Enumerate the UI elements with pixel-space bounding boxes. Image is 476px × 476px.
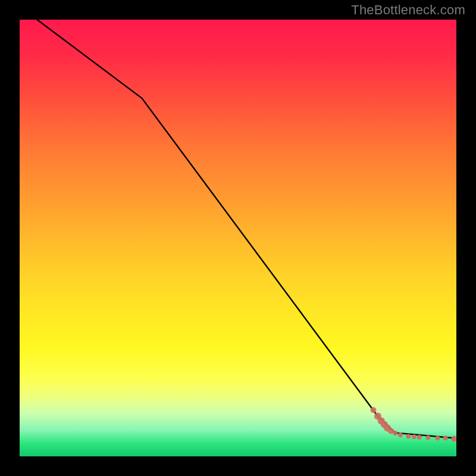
data-point (417, 435, 422, 440)
data-point (425, 435, 430, 440)
chart-frame: TheBottleneck.com (0, 0, 476, 476)
data-point (451, 436, 456, 442)
data-point (406, 434, 411, 439)
data-point (398, 433, 403, 437)
data-point (443, 436, 448, 440)
data-point (393, 431, 397, 436)
watermark-label: TheBottleneck.com (351, 2, 465, 18)
data-point (435, 436, 440, 440)
curve-line (37, 20, 454, 438)
chart-overlay (20, 20, 456, 456)
data-point (412, 434, 416, 439)
data-point (371, 407, 377, 413)
